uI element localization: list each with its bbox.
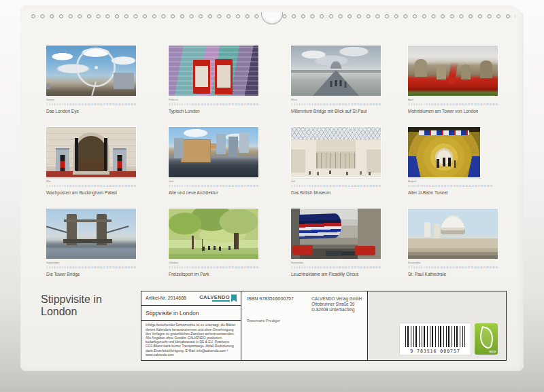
- photo-caption: St. Paul Kathedrale: [408, 272, 509, 277]
- month-cell-maerz: März 12345678910111213141516171819202122…: [291, 46, 393, 114]
- suspension-cable-shape: [46, 226, 69, 234]
- calvendo-logo-wordmark: CALVENDO: [199, 295, 230, 302]
- eco-logo: eco: [475, 323, 498, 355]
- hanger-notch: [261, 12, 283, 24]
- article-number: Artikel-Nr. 2014688: [146, 296, 186, 300]
- publisher-info-box: Artikel-Nr. 2014688 CALVENDO Stippvisite…: [141, 291, 507, 361]
- leaf-icon: [477, 326, 496, 349]
- info-column-right: 9 783516 000757 eco: [368, 291, 506, 360]
- calendar-title: Stippvisite in London: [41, 293, 102, 318]
- eco-logo-label: eco: [490, 349, 496, 353]
- photo-london-eye: [46, 46, 136, 96]
- month-cell-november: November 1234567891011121314151617181920…: [291, 209, 393, 277]
- legal-fine-print: Infolge bestehender Schutzrechte ist es …: [141, 321, 241, 360]
- mini-day-strip: 1234567891011121314151617181920212223242…: [291, 265, 381, 269]
- info-column-middle: ISBN 9783516000757 CALVENDO Verlag GmbH …: [241, 291, 368, 360]
- guard-shape: [56, 148, 69, 171]
- photo-poppies-tower: [408, 46, 498, 96]
- month-cell-september: September 123456789101112131415161718192…: [46, 209, 148, 277]
- photo-phone-boxes: [169, 46, 258, 96]
- month-cell-mai: Mai 123456789101112131415161718192021222…: [46, 127, 148, 196]
- mini-day-strip: 1234567891011121314151617181920212223242…: [169, 265, 258, 269]
- month-cell-juli: Juli 12345678910111213141516171819202122…: [291, 127, 393, 196]
- mini-day-strip: 1234567891011121314151617181920212223242…: [46, 183, 136, 188]
- publisher-address: CALVENDO Verlag GmbH Ottobrunner Straße …: [311, 296, 362, 312]
- calendar-title-field: Stippvisite in London: [141, 306, 241, 321]
- isbn-publisher-row: ISBN 9783516000757 CALVENDO Verlag GmbH …: [247, 296, 362, 312]
- month-cell-august: August 123456789101112131415161718192021…: [408, 127, 510, 196]
- building-shape: [114, 73, 134, 89]
- isbn-number: ISBN 9783516000757: [247, 296, 294, 312]
- photo-st-paul-cathedral: [408, 209, 498, 259]
- photo-caption: Alte und neue Architektur: [169, 190, 269, 196]
- month-cell-oktober: Oktober 12345678910111213141516171819202…: [169, 209, 271, 277]
- ferris-wheel-shape: [76, 48, 116, 87]
- photo-ubahn-tunnel: [408, 127, 480, 177]
- photo-park: [169, 209, 258, 259]
- month-cell-dezember: Dezember 1234567891011121314151617181920…: [408, 209, 510, 277]
- calendar-title-line2: London: [41, 306, 102, 318]
- photo-architecture: [169, 127, 258, 177]
- mini-day-strip: 1234567891011121314151617181920212223242…: [46, 102, 136, 106]
- photo-caption: Freizeitsport im Park: [169, 272, 269, 277]
- info-column-left: Artikel-Nr. 2014688 CALVENDO Stippvisite…: [141, 291, 241, 360]
- calvendo-logo: CALVENDO: [199, 294, 237, 302]
- mini-day-strip: 1234567891011121314151617181920212223242…: [408, 102, 498, 106]
- publisher-line: Ottobrunner Straße 39: [311, 302, 362, 307]
- photo-caption: Die Tower Bridge: [46, 272, 147, 277]
- calvendo-logo-icon: [231, 294, 237, 302]
- article-number-row: Artikel-Nr. 2014688 CALVENDO: [141, 291, 241, 306]
- mini-day-strip: 1234567891011121314151617181920212223242…: [408, 265, 498, 269]
- mini-day-strip: 1234567891011121314151617181920212223242…: [291, 102, 381, 106]
- barcode-area: 9 783516 000757 eco: [400, 323, 498, 355]
- pedestrians-shape: [335, 80, 337, 86]
- photo-tower-bridge: [46, 209, 136, 259]
- calendar-title-line1: Stippvisite in: [41, 293, 102, 306]
- month-cell-februar: Februar 12345678910111213141516171819202…: [169, 46, 271, 114]
- mini-day-strip: 1234567891011121314151617181920212223242…: [169, 183, 258, 188]
- photo-piccadilly-circus: [291, 209, 381, 259]
- month-cell-april: April 1234567891011121314151617181920212…: [408, 46, 510, 114]
- publisher-line: D-82008 Unterhaching: [311, 307, 362, 313]
- author-name: Rosemarie Prediger: [247, 319, 280, 323]
- calvendo-logo-tagline-bar: [212, 300, 230, 302]
- barcode-digits: 9 783516 000757: [400, 349, 471, 354]
- mini-day-strip: 1234567891011121314151617181920212223242…: [169, 102, 258, 106]
- photo-millennium-bridge: [291, 46, 381, 96]
- calendar-back-page: Januar 123456789101112131415161718192021…: [20, 5, 524, 371]
- month-cell-juni: Juni 12345678910111213141516171819202122…: [169, 127, 271, 196]
- publisher-line: CALVENDO Verlag GmbH: [311, 296, 362, 302]
- photo-caption: Das London Eye: [46, 109, 147, 114]
- commuters-shape: [443, 158, 445, 166]
- month-cell-januar: Januar 123456789101112131415161718192021…: [46, 46, 148, 114]
- ean-barcode: 9 783516 000757: [400, 323, 471, 355]
- photo-british-museum: [291, 127, 381, 177]
- photo-buckingham-guards: [46, 127, 136, 177]
- mini-day-strip: 1234567891011121314151617181920212223242…: [408, 183, 480, 188]
- suspension-cable-shape: [105, 226, 129, 234]
- photo-caption: Millennium Bridge mit Blick auf St.Paul: [291, 109, 392, 114]
- photo-caption: Wachposten am Buckingham Palast: [46, 190, 147, 196]
- photo-backdrop: Januar 123456789101112131415161718192021…: [0, 0, 544, 392]
- photo-caption: Typisch London: [169, 109, 269, 114]
- photo-caption: Alter U-Bahn Tunnel: [408, 190, 509, 196]
- photo-caption: Mohnblumen am Tower von London: [408, 109, 509, 114]
- guard-shape: [113, 148, 126, 171]
- photo-caption: Leuchtreklame am Picadilly Circus: [291, 272, 392, 277]
- mini-day-strip: 1234567891011121314151617181920212223242…: [46, 265, 136, 269]
- mini-day-strip: 1234567891011121314151617181920212223242…: [291, 183, 381, 188]
- barcode-bars: [405, 326, 465, 347]
- photo-caption: Das British Museum: [291, 190, 392, 196]
